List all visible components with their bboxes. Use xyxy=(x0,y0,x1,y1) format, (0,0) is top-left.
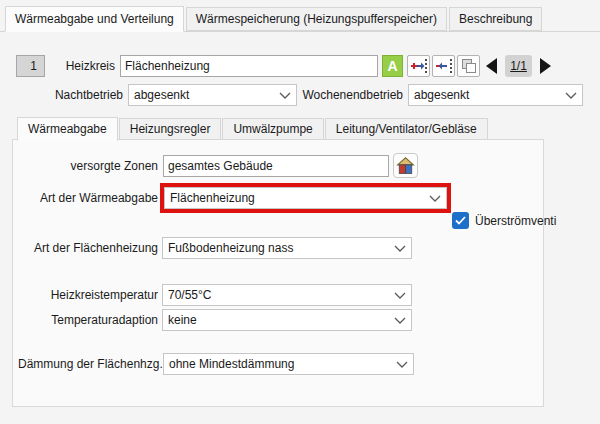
main-tab-bar: Wärmeabgabe und Verteilung Wärmespeicher… xyxy=(0,7,600,32)
tab-beschreibung[interactable]: Beschreibung xyxy=(449,7,542,31)
heizkreistemperatur-select[interactable]: 70/55°C xyxy=(162,284,412,306)
add-heizkreis-button[interactable] xyxy=(407,55,430,77)
tab-umwaelzpumpe[interactable]: Umwälzpumpe xyxy=(222,118,323,140)
daemmung-label: Dämmung der Flächenhzg. xyxy=(18,353,158,375)
auto-button[interactable]: A xyxy=(382,55,403,77)
temperaturadaption-select[interactable]: keine xyxy=(162,309,412,331)
chevron-down-icon xyxy=(565,92,577,100)
temperaturadaption-value: keine xyxy=(168,311,197,330)
next-arrow-icon[interactable] xyxy=(540,58,551,74)
nachtbetrieb-label: Nachtbetrieb xyxy=(20,84,123,106)
checkmark-icon xyxy=(455,216,466,225)
wochenendbetrieb-select[interactable]: abgesenkt xyxy=(408,84,583,106)
art-waermeabgabe-value: Flächenheizung xyxy=(170,189,255,208)
versorgte-zonen-label: versorgte Zonen xyxy=(18,155,158,177)
prev-arrow-icon[interactable] xyxy=(486,58,497,74)
daemmung-select[interactable]: ohne Mindestdämmung xyxy=(163,353,414,375)
versorgte-zonen-input[interactable] xyxy=(163,155,389,177)
nachtbetrieb-value: abgesenkt xyxy=(134,86,189,105)
heizkreis-label: Heizkreis xyxy=(40,55,115,77)
tab-heizungsregler[interactable]: Heizungsregler xyxy=(119,118,222,140)
remove-heizkreis-icon xyxy=(435,58,452,74)
heizkreis-name-input[interactable] xyxy=(120,55,378,77)
chevron-down-icon xyxy=(394,317,406,325)
remove-heizkreis-button[interactable] xyxy=(432,55,455,77)
nachtbetrieb-select[interactable]: abgesenkt xyxy=(128,84,297,106)
select-zones-button[interactable] xyxy=(393,153,418,178)
art-flaechenheizung-value: Fußbodenheizung nass xyxy=(168,239,293,258)
art-waermeabgabe-select[interactable]: Flächenheizung xyxy=(164,187,447,209)
daemmung-value: ohne Mindestdämmung xyxy=(169,355,294,374)
add-heizkreis-icon xyxy=(410,58,427,74)
wochenendbetrieb-value: abgesenkt xyxy=(414,86,469,105)
copy-heizkreis-button[interactable] xyxy=(457,55,480,77)
chevron-down-icon xyxy=(279,92,291,100)
temperaturadaption-label: Temperaturadaption xyxy=(18,309,158,331)
ueberstroemventil-checkbox[interactable] xyxy=(452,212,469,229)
copy-heizkreis-icon xyxy=(461,58,477,74)
art-flaechenheizung-label: Art der Flächenheizung xyxy=(18,237,158,259)
wochenendbetrieb-label: Wochenendbetrieb xyxy=(296,84,403,106)
sub-tab-bar: Wärmeabgabe Heizungsregler Umwälzpumpe L… xyxy=(12,117,489,140)
art-waermeabgabe-label: Art der Wärmeabgabe xyxy=(18,187,158,209)
chevron-down-icon xyxy=(394,292,406,300)
page-indicator: 1/1 xyxy=(505,55,532,77)
heating-distribution-window: Wärmeabgabe und Verteilung Wärmespeicher… xyxy=(0,0,600,424)
art-flaechenheizung-select[interactable]: Fußbodenheizung nass xyxy=(162,237,412,259)
chevron-down-icon xyxy=(394,245,406,253)
building-zones-icon xyxy=(396,157,415,175)
chevron-down-icon xyxy=(429,195,441,203)
heizkreistemperatur-label: Heizkreistemperatur xyxy=(18,284,158,306)
tab-waermespeicherung[interactable]: Wärmespeicherung (Heizungspufferspeicher… xyxy=(186,7,447,31)
heizkreistemperatur-value: 70/55°C xyxy=(168,286,212,305)
ueberstroemventil-label: Überströmventi xyxy=(475,210,556,232)
tab-waermeabgabe-und-verteilung[interactable]: Wärmeabgabe und Verteilung xyxy=(5,6,184,32)
chevron-down-icon xyxy=(396,361,408,369)
tab-leitung-ventilator-geblaese[interactable]: Leitung/Ventilator/Gebläse xyxy=(325,118,488,140)
tab-waermeabgabe[interactable]: Wärmeabgabe xyxy=(17,117,118,141)
